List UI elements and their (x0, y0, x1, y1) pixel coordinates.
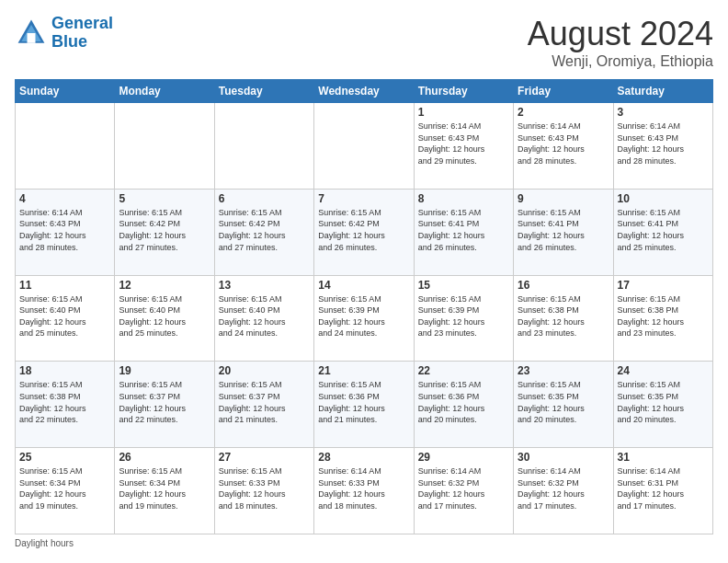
day-info: Sunrise: 6:15 AM Sunset: 6:41 PM Dayligh… (518, 207, 609, 253)
calendar-cell: 23Sunrise: 6:15 AM Sunset: 6:35 PM Dayli… (514, 362, 613, 448)
dow-header: Tuesday (214, 80, 313, 103)
day-number: 19 (119, 364, 210, 377)
calendar-cell: 25Sunrise: 6:15 AM Sunset: 6:34 PM Dayli… (16, 448, 115, 534)
calendar-table: SundayMondayTuesdayWednesdayThursdayFrid… (15, 79, 713, 534)
day-info: Sunrise: 6:14 AM Sunset: 6:31 PM Dayligh… (618, 465, 709, 511)
day-number: 20 (219, 364, 310, 377)
daylight-label: Daylight hours (15, 538, 74, 548)
day-info: Sunrise: 6:15 AM Sunset: 6:38 PM Dayligh… (518, 293, 609, 339)
day-info: Sunrise: 6:15 AM Sunset: 6:35 PM Dayligh… (618, 379, 709, 425)
calendar-cell: 26Sunrise: 6:15 AM Sunset: 6:34 PM Dayli… (115, 448, 214, 534)
day-info: Sunrise: 6:14 AM Sunset: 6:43 PM Dayligh… (618, 121, 709, 167)
day-info: Sunrise: 6:14 AM Sunset: 6:43 PM Dayligh… (418, 121, 509, 167)
day-info: Sunrise: 6:15 AM Sunset: 6:42 PM Dayligh… (119, 207, 210, 253)
day-info: Sunrise: 6:14 AM Sunset: 6:43 PM Dayligh… (19, 207, 110, 253)
calendar-cell: 28Sunrise: 6:14 AM Sunset: 6:33 PM Dayli… (314, 448, 414, 534)
day-number: 27 (219, 451, 310, 464)
dow-header: Monday (115, 80, 214, 103)
day-info: Sunrise: 6:15 AM Sunset: 6:37 PM Dayligh… (219, 379, 310, 425)
logo-icon (15, 17, 48, 50)
header: General Blue August 2024 Wenji, Oromiya,… (15, 15, 713, 70)
day-info: Sunrise: 6:15 AM Sunset: 6:34 PM Dayligh… (119, 465, 210, 511)
logo-line1: General (51, 14, 113, 32)
day-number: 28 (318, 451, 409, 464)
calendar-cell: 24Sunrise: 6:15 AM Sunset: 6:35 PM Dayli… (613, 362, 712, 448)
day-number: 1 (418, 106, 509, 119)
day-number: 16 (518, 279, 609, 292)
day-number: 24 (618, 364, 709, 377)
day-number: 14 (318, 279, 409, 292)
calendar-cell: 5Sunrise: 6:15 AM Sunset: 6:42 PM Daylig… (115, 189, 214, 275)
calendar-cell: 14Sunrise: 6:15 AM Sunset: 6:39 PM Dayli… (314, 275, 414, 362)
calendar-cell: 12Sunrise: 6:15 AM Sunset: 6:40 PM Dayli… (115, 275, 214, 362)
day-number: 3 (618, 106, 709, 119)
calendar-cell: 7Sunrise: 6:15 AM Sunset: 6:42 PM Daylig… (314, 189, 414, 275)
day-info: Sunrise: 6:15 AM Sunset: 6:36 PM Dayligh… (318, 379, 409, 425)
calendar-cell: 18Sunrise: 6:15 AM Sunset: 6:38 PM Dayli… (16, 362, 115, 448)
calendar-cell: 10Sunrise: 6:15 AM Sunset: 6:41 PM Dayli… (613, 189, 712, 275)
calendar-cell: 19Sunrise: 6:15 AM Sunset: 6:37 PM Dayli… (115, 362, 214, 448)
day-number: 2 (518, 106, 609, 119)
day-info: Sunrise: 6:14 AM Sunset: 6:43 PM Dayligh… (518, 121, 609, 167)
svg-rect-2 (28, 33, 36, 43)
day-number: 10 (618, 192, 709, 205)
logo-line2: Blue (51, 32, 87, 51)
day-number: 9 (518, 192, 609, 205)
day-info: Sunrise: 6:14 AM Sunset: 6:32 PM Dayligh… (418, 465, 509, 511)
calendar-cell: 21Sunrise: 6:15 AM Sunset: 6:36 PM Dayli… (314, 362, 414, 448)
dow-header: Wednesday (314, 80, 414, 103)
footer: Daylight hours (15, 538, 713, 548)
calendar-cell: 4Sunrise: 6:14 AM Sunset: 6:43 PM Daylig… (16, 189, 115, 275)
calendar-cell: 15Sunrise: 6:15 AM Sunset: 6:39 PM Dayli… (414, 275, 513, 362)
day-number: 29 (418, 451, 509, 464)
month-title: August 2024 (528, 15, 713, 53)
calendar-cell: 16Sunrise: 6:15 AM Sunset: 6:38 PM Dayli… (514, 275, 613, 362)
calendar-cell: 1Sunrise: 6:14 AM Sunset: 6:43 PM Daylig… (414, 103, 513, 190)
calendar-cell: 8Sunrise: 6:15 AM Sunset: 6:41 PM Daylig… (414, 189, 513, 275)
location: Wenji, Oromiya, Ethiopia (528, 53, 713, 70)
day-number: 8 (418, 192, 509, 205)
day-info: Sunrise: 6:15 AM Sunset: 6:40 PM Dayligh… (19, 293, 110, 339)
calendar-cell: 31Sunrise: 6:14 AM Sunset: 6:31 PM Dayli… (613, 448, 712, 534)
day-info: Sunrise: 6:15 AM Sunset: 6:35 PM Dayligh… (518, 379, 609, 425)
day-number: 30 (518, 451, 609, 464)
calendar-cell (314, 103, 414, 190)
dow-header: Thursday (414, 80, 513, 103)
day-number: 26 (119, 451, 210, 464)
dow-header: Saturday (613, 80, 712, 103)
calendar-cell: 20Sunrise: 6:15 AM Sunset: 6:37 PM Dayli… (214, 362, 313, 448)
day-number: 25 (19, 451, 110, 464)
day-info: Sunrise: 6:15 AM Sunset: 6:33 PM Dayligh… (219, 465, 310, 511)
logo: General Blue (15, 15, 113, 52)
day-info: Sunrise: 6:15 AM Sunset: 6:34 PM Dayligh… (19, 465, 110, 511)
day-number: 7 (318, 192, 409, 205)
calendar-cell: 9Sunrise: 6:15 AM Sunset: 6:41 PM Daylig… (514, 189, 613, 275)
calendar-cell: 6Sunrise: 6:15 AM Sunset: 6:42 PM Daylig… (214, 189, 313, 275)
day-info: Sunrise: 6:15 AM Sunset: 6:40 PM Dayligh… (219, 293, 310, 339)
day-number: 5 (119, 192, 210, 205)
day-info: Sunrise: 6:14 AM Sunset: 6:32 PM Dayligh… (518, 465, 609, 511)
page: General Blue August 2024 Wenji, Oromiya,… (0, 0, 728, 563)
calendar-cell: 13Sunrise: 6:15 AM Sunset: 6:40 PM Dayli… (214, 275, 313, 362)
calendar-cell: 30Sunrise: 6:14 AM Sunset: 6:32 PM Dayli… (514, 448, 613, 534)
calendar-cell: 22Sunrise: 6:15 AM Sunset: 6:36 PM Dayli… (414, 362, 513, 448)
day-info: Sunrise: 6:15 AM Sunset: 6:38 PM Dayligh… (19, 379, 110, 425)
day-number: 21 (318, 364, 409, 377)
title-block: August 2024 Wenji, Oromiya, Ethiopia (528, 15, 713, 70)
calendar-cell: 29Sunrise: 6:14 AM Sunset: 6:32 PM Dayli… (414, 448, 513, 534)
calendar-cell (115, 103, 214, 190)
dow-header: Sunday (16, 80, 115, 103)
day-number: 22 (418, 364, 509, 377)
day-info: Sunrise: 6:15 AM Sunset: 6:42 PM Dayligh… (318, 207, 409, 253)
day-number: 17 (618, 279, 709, 292)
calendar-cell: 11Sunrise: 6:15 AM Sunset: 6:40 PM Dayli… (16, 275, 115, 362)
day-number: 23 (518, 364, 609, 377)
calendar-cell: 2Sunrise: 6:14 AM Sunset: 6:43 PM Daylig… (514, 103, 613, 190)
day-number: 4 (19, 192, 110, 205)
day-number: 6 (219, 192, 310, 205)
day-info: Sunrise: 6:14 AM Sunset: 6:33 PM Dayligh… (318, 465, 409, 511)
day-number: 31 (618, 451, 709, 464)
calendar-cell: 17Sunrise: 6:15 AM Sunset: 6:38 PM Dayli… (613, 275, 712, 362)
day-info: Sunrise: 6:15 AM Sunset: 6:39 PM Dayligh… (318, 293, 409, 339)
calendar-cell (16, 103, 115, 190)
